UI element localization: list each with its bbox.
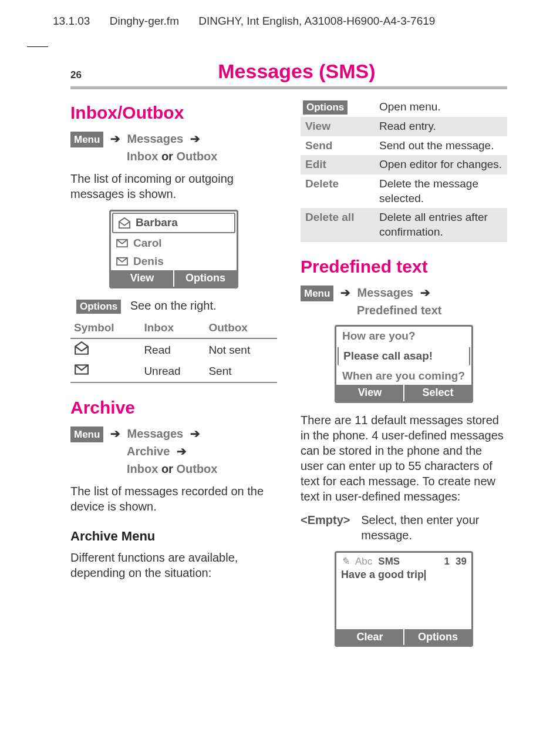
cell-inbox: Read <box>140 338 205 362</box>
list-item-label: Please call asap! <box>343 349 433 364</box>
arrow-icon: ➔ <box>187 427 204 440</box>
path-messages: Messages <box>127 427 184 440</box>
softkey-view[interactable]: View <box>111 270 173 286</box>
crop-marks <box>0 29 560 46</box>
options-table: Options Open menu. View Read entry. Send… <box>301 98 507 242</box>
chip-menu: Menu <box>70 132 103 148</box>
list-item-label: How are you? <box>342 329 416 344</box>
path-messages: Messages <box>127 132 184 145</box>
list-item-label: Barbara <box>136 216 178 230</box>
path-inbox: Inbox <box>127 150 158 163</box>
predefined-para: There are 11 default messages stored in … <box>301 412 507 504</box>
archive-intro: The list of messages recorded on the dev… <box>70 483 277 514</box>
path-archive: Archive <box>127 445 170 458</box>
cell-key: Delete all <box>301 208 375 241</box>
phone-message-list: Barbara Carol Denis View Options <box>109 210 238 288</box>
cell-inbox: Unread <box>140 361 205 382</box>
path-messages: Messages <box>357 286 414 299</box>
editor-mode-sms: SMS <box>378 555 400 568</box>
chip-options: Options <box>303 100 348 115</box>
softkey-select[interactable]: Select <box>404 385 471 401</box>
editor-text-area[interactable]: Have a good trip <box>336 568 471 629</box>
pencil-icon: ✎ <box>341 555 349 568</box>
empty-key: <Empty> <box>301 512 355 528</box>
table-row: Unread Sent <box>70 361 277 382</box>
heading-archive: Archive <box>70 396 277 419</box>
envelope-open-icon <box>74 341 89 355</box>
nav-path-predefined: Menu ➔ Messages ➔ Predefined text <box>301 284 507 320</box>
cell-outbox: Not sent <box>205 338 277 362</box>
list-item[interactable]: Denis <box>111 253 237 271</box>
table-row: Options Open menu. <box>301 98 507 117</box>
path-outbox: Outbox <box>176 462 217 475</box>
table-row: Edit Open editor for changes. <box>301 155 507 174</box>
path-predefined: Predefined text <box>357 304 441 317</box>
cell-key: Send <box>301 136 375 156</box>
list-item[interactable]: How are you? <box>336 327 471 345</box>
cell-icon <box>70 338 140 362</box>
header-date: 13.1.03 <box>53 15 90 27</box>
symbol-table: Symbol Inbox Outbox Read Not sent <box>70 318 277 383</box>
cell-val: Delete the message selected. <box>375 174 507 208</box>
table-row: Delete Delete the message selected. <box>301 174 507 208</box>
editor-mode-abc: Abc <box>355 555 372 568</box>
envelope-closed-icon <box>74 364 89 375</box>
th-symbol: Symbol <box>70 318 140 338</box>
cell-val: Read entry. <box>375 117 507 136</box>
cell-val: Delete all entries after confirmation. <box>375 208 507 241</box>
softkey-view[interactable]: View <box>336 385 403 401</box>
table-row: Read Not sent <box>70 338 277 362</box>
editor-status-bar: ✎Abc SMS 1 39 <box>336 553 471 568</box>
header-file: Dinghy-ger.fm <box>110 15 179 27</box>
cell-key: View <box>301 117 375 136</box>
cell-val: Send out the message. <box>375 136 507 156</box>
editor-text: Have a good trip <box>341 569 424 580</box>
editor-counter-b: 39 <box>456 555 467 568</box>
list-item-label: When are you coming? <box>342 369 465 384</box>
cell-desc: Open menu. <box>375 98 507 117</box>
heading-inbox-outbox: Inbox/Outbox <box>70 101 277 124</box>
page-title: Messages (SMS) <box>86 58 507 84</box>
right-column: Options Open menu. View Read entry. Send… <box>301 98 507 656</box>
arrow-icon: ➔ <box>417 286 434 299</box>
options-note: See on the right. <box>130 299 217 312</box>
phone-sms-editor: ✎Abc SMS 1 39 Have a good trip Clear Opt… <box>335 551 473 647</box>
th-outbox: Outbox <box>205 318 277 338</box>
list-item[interactable]: Carol <box>111 234 237 253</box>
editor-counter-a: 1 <box>444 555 450 568</box>
list-item[interactable]: Please call asap! <box>338 347 470 365</box>
table-row: View Read entry. <box>301 117 507 136</box>
list-item[interactable]: Barbara <box>112 213 235 233</box>
left-column: Inbox/Outbox Menu ➔ Messages ➔ Inbox or … <box>70 98 277 656</box>
page-number: 26 <box>70 69 82 84</box>
table-row: Send Send out the message. <box>301 136 507 156</box>
empty-row: <Empty> Select, then enter your message. <box>301 512 507 543</box>
envelope-closed-icon <box>116 257 129 266</box>
softkey-bar: View Options <box>111 270 237 286</box>
cell-outbox: Sent <box>205 361 277 382</box>
chip-menu: Menu <box>301 286 333 302</box>
list-item[interactable]: When are you coming? <box>336 367 471 385</box>
arrow-icon: ➔ <box>337 286 354 299</box>
softkey-options[interactable]: Options <box>404 629 471 645</box>
header-docref: DINGHY, Int English, A31008-H6900-A4-3-7… <box>198 15 435 27</box>
cell-chip: Options <box>301 98 375 117</box>
softkey-options[interactable]: Options <box>174 270 237 286</box>
doc-header: 13.1.03 Dinghy-ger.fm DINGHY, Int Englis… <box>0 0 560 29</box>
phone-predefined-list: How are you? Please call asap! When are … <box>335 325 473 402</box>
arrow-icon: ➔ <box>187 132 204 145</box>
list-item-label: Carol <box>133 236 162 251</box>
path-or: or <box>161 462 177 475</box>
th-inbox: Inbox <box>140 318 205 338</box>
path-inbox: Inbox <box>127 462 158 475</box>
inbox-intro: The list of incoming or outgoing message… <box>70 171 277 202</box>
softkey-bar: View Select <box>336 385 471 401</box>
cell-key: Delete <box>301 174 375 208</box>
softkey-clear[interactable]: Clear <box>336 629 403 645</box>
softkey-bar: Clear Options <box>336 629 471 645</box>
text-cursor <box>424 570 426 580</box>
chip-options: Options <box>76 300 121 314</box>
page-title-row: 26 Messages (SMS) <box>0 58 560 84</box>
cell-icon <box>70 361 140 382</box>
arrow-icon: ➔ <box>173 445 190 458</box>
